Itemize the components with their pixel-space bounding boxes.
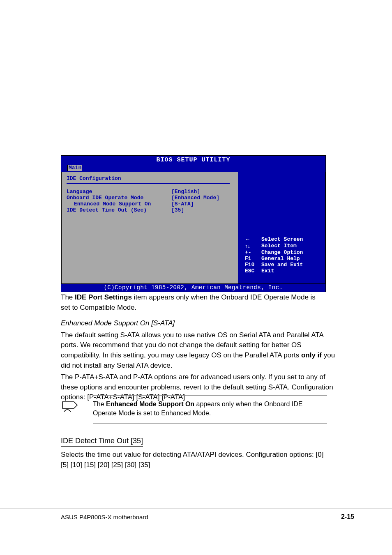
pencil-icon [62, 399, 80, 414]
help-row-change-option: +- Change Option [245, 250, 303, 256]
subheading-ide-detect-timeout: IDE Detect Time Out [35] [61, 437, 143, 447]
setting-value: [Enhanced Mode] [171, 195, 219, 201]
setting-value: [S-ATA] [171, 201, 194, 207]
setting-label: Onboard IDE Operate Mode [67, 195, 171, 201]
text: The [93, 401, 106, 408]
help-key: ESC [245, 268, 261, 274]
setting-label: Language [67, 189, 171, 195]
paragraph-ide-port-settings-note: The IDE Port Settings item appears only … [61, 292, 324, 313]
up-down-arrow-icon: ↑↓ [245, 243, 250, 249]
text-bold: IDE Port Settings [75, 293, 132, 301]
setting-enhanced-mode-support-on[interactable]: Enhanced Mode Support On [S-ATA] [67, 201, 233, 207]
help-desc: Save and Exit [261, 262, 303, 268]
text-bold: Enhanced Mode Support On [106, 401, 194, 408]
setting-label: Enhanced Mode Support On [67, 201, 171, 207]
setting-language[interactable]: Language [English] [67, 189, 233, 195]
help-row-save-exit: F10 Save and Exit [245, 262, 303, 268]
section-heading: IDE Configuration [67, 175, 230, 184]
help-key: F10 [245, 262, 261, 268]
text: The default setting S-ATA allows you to … [61, 331, 323, 359]
setting-onboard-ide-operate-mode[interactable]: Onboard IDE Operate Mode [Enhanced Mode] [67, 195, 233, 201]
help-row-select-item: ↑↓ Select Item [245, 243, 303, 250]
bios-tab-bar: Main [61, 164, 325, 172]
help-desc: Change Option [261, 250, 303, 256]
help-keys: ← Select Screen ↑↓ Select Item +- Change… [245, 237, 303, 274]
paragraph-enhanced-mode: Enhanced Mode Support On [S-ATA] The def… [61, 318, 340, 403]
text-bold: only if [301, 351, 322, 359]
enhanced-mode-heading: Enhanced Mode Support On [S-ATA] [61, 319, 175, 327]
bios-copyright: (C)Copyright 1985-2002, American Megatre… [61, 284, 325, 292]
help-desc: Select Item [261, 243, 297, 250]
help-key: +- [245, 250, 261, 256]
settings-list: Language [English] Onboard IDE Operate M… [67, 189, 233, 214]
tab-main[interactable]: Main [67, 165, 82, 171]
note-icon [62, 399, 80, 414]
setting-value: [35] [171, 207, 184, 214]
setting-label: IDE Detect Time Out (Sec) [67, 207, 171, 214]
footer-left: ASUS P4P800S-X motherboard [61, 514, 341, 520]
bios-left-panel: IDE Configuration Language [English] Onb… [61, 172, 238, 284]
paragraph-timeout-desc: Selects the time out value for detecting… [61, 450, 324, 470]
help-desc: Exit [261, 268, 274, 274]
bios-window: BIOS SETUP UTILITY Main IDE Configuratio… [61, 155, 326, 292]
bios-title: BIOS SETUP UTILITY [61, 156, 325, 164]
help-row-general-help: F1 General Help [245, 256, 303, 262]
help-desc: General Help [261, 256, 300, 262]
help-desc: Select Screen [261, 237, 303, 243]
setting-ide-detect-timeout[interactable]: IDE Detect Time Out (Sec) [35] [67, 207, 233, 214]
setting-value: [English] [171, 189, 200, 195]
help-row-exit: ESC Exit [245, 268, 303, 274]
help-row-select-screen: ← Select Screen [245, 237, 303, 243]
note-block: The Enhanced Mode Support On appears onl… [93, 395, 327, 424]
bios-right-panel: ← Select Screen ↑↓ Select Item +- Change… [238, 172, 325, 284]
page-footer: ASUS P4P800S-X motherboard 2-15 [0, 509, 392, 520]
footer-page-number: 2-15 [341, 513, 354, 520]
left-arrow-icon: ← [245, 236, 250, 242]
help-key: F1 [245, 256, 261, 262]
text: The [61, 293, 75, 301]
